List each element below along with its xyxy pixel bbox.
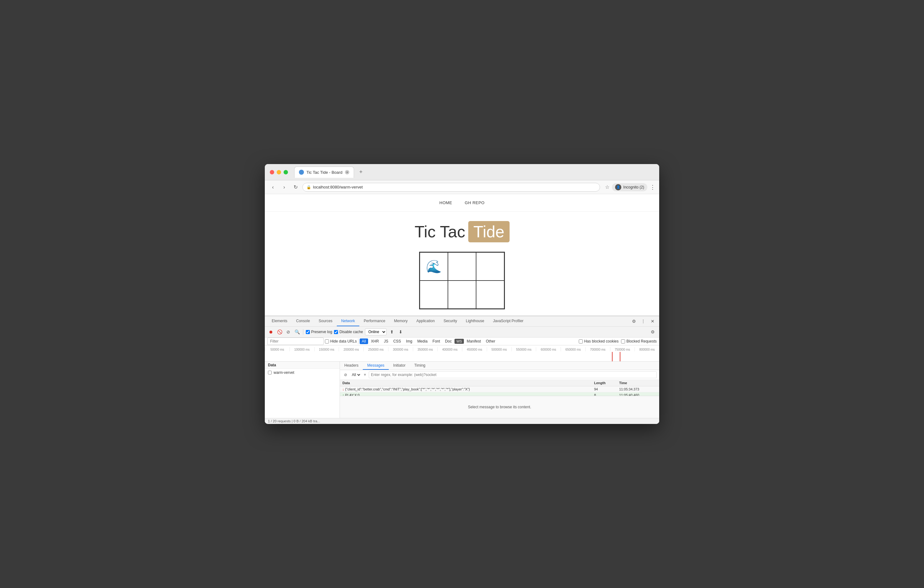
select-message-bar: Select message to browse its content. (340, 396, 659, 418)
devtools-close-button[interactable]: ✕ (648, 317, 657, 325)
message-row-0[interactable]: ↓ {"client_id":"better.crab","cmd":"INIT… (340, 386, 659, 392)
has-blocked-cookies-text: Has blocked cookies (584, 339, 619, 344)
hide-data-urls-label[interactable]: Hide data URLs (325, 339, 357, 344)
devtools-tab-security[interactable]: Security (439, 316, 461, 326)
devtools-tab-console[interactable]: Console (292, 316, 314, 326)
has-blocked-cookies-label[interactable]: Has blocked cookies (579, 339, 619, 344)
filter-type-xhr[interactable]: XHR (369, 339, 381, 344)
back-button[interactable]: ‹ (269, 183, 277, 192)
message-row-1[interactable]: ↑ PLAY:X:0 8 11:05:40.460 (340, 392, 659, 396)
disable-cache-text: Disable cache (339, 330, 363, 334)
browser-menu-button[interactable]: ⋮ (650, 184, 655, 191)
filter-type-media[interactable]: Media (415, 339, 430, 344)
close-window-button[interactable] (270, 170, 274, 174)
devtools-more-button[interactable]: ⋮ (639, 317, 647, 325)
devtools-settings-button[interactable]: ⚙ (630, 317, 638, 325)
blocked-requests-label[interactable]: Blocked Requests (621, 339, 657, 344)
gh-repo-nav-link[interactable]: GH REPO (465, 200, 485, 205)
cell-2[interactable] (476, 253, 504, 281)
timeline-ruler: 50000 ms 100000 ms 150000 ms 200000 ms 2… (265, 345, 659, 351)
throttle-select[interactable]: Online (365, 329, 386, 335)
timeline-mark-13: 700000 ms (585, 347, 610, 351)
maximize-window-button[interactable] (284, 170, 288, 174)
timeline[interactable]: 50000 ms 100000 ms 150000 ms 200000 ms 2… (265, 345, 659, 362)
filter-icon-button[interactable]: ⊘ (285, 329, 292, 335)
devtools-tab-js-profiler[interactable]: JavaScript Profiler (488, 316, 528, 326)
disable-cache-checkbox[interactable] (334, 330, 338, 334)
has-blocked-cookies-checkbox[interactable] (579, 339, 583, 344)
filter-type-manifest[interactable]: Manifest (465, 339, 483, 344)
search-button[interactable]: 🔍 (294, 329, 300, 335)
filter-type-other[interactable]: Other (483, 339, 497, 344)
filter-type-js[interactable]: JS (381, 339, 390, 344)
active-tab[interactable]: Tic Tac Tide - Board ✕ (294, 167, 354, 178)
filter-type-font[interactable]: Font (431, 339, 442, 344)
devtools-tab-network[interactable]: Network (337, 316, 359, 326)
record-button[interactable]: ⏺ (267, 329, 274, 335)
tab-close-button[interactable]: ✕ (345, 170, 349, 174)
devtools-tab-elements[interactable]: Elements (267, 316, 292, 326)
address-bar[interactable]: 🔒 localhost:8080/warm-vervet (302, 183, 600, 192)
minimize-window-button[interactable] (277, 170, 281, 174)
devtools-tab-application[interactable]: Application (412, 316, 439, 326)
filter-type-doc[interactable]: Doc (443, 339, 454, 344)
status-bar: 1 / 20 requests | 0 B / 204 kB tra... (265, 418, 659, 424)
msg-clear-button[interactable]: ⊘ (342, 372, 349, 378)
status-text: 1 / 20 requests | 0 B / 204 kB tra... (268, 419, 320, 423)
bookmark-button[interactable]: ☆ (605, 184, 609, 190)
clear-button[interactable]: 🚫 (276, 329, 283, 335)
filter-type-all[interactable]: All (360, 339, 368, 344)
timeline-bar-area (265, 352, 659, 361)
request-checkbox[interactable] (268, 371, 272, 375)
messages-table-header: Data Length Time (340, 380, 659, 386)
filter-type-css[interactable]: CSS (391, 339, 403, 344)
msg-tab-messages[interactable]: Messages (363, 362, 389, 370)
lock-icon: 🔒 (307, 185, 311, 190)
msg-tab-timing[interactable]: Timing (410, 362, 430, 370)
tab-title: Tic Tac Tide - Board (307, 170, 342, 175)
filter-input[interactable] (267, 337, 323, 345)
cell-1[interactable] (448, 253, 476, 281)
disable-cache-label[interactable]: Disable cache (334, 330, 363, 334)
devtools-tab-memory[interactable]: Memory (390, 316, 412, 326)
new-tab-button[interactable]: + (356, 168, 365, 177)
home-nav-link[interactable]: HOME (439, 200, 452, 205)
message-filter-bar: ⊘ All ▼ (340, 370, 659, 380)
timeline-mark-14: 750000 ms (610, 347, 635, 351)
select-message-hint: Select message to browse its content. (468, 405, 531, 409)
incognito-label: Incognito (2) (623, 185, 644, 190)
msg-filter-input[interactable] (369, 371, 657, 378)
cell-5[interactable] (476, 281, 504, 309)
game-title: Tic Tac Tide (414, 221, 509, 242)
reload-button[interactable]: ↻ (291, 183, 300, 192)
title-text-1: Tic Tac (414, 222, 465, 241)
preserve-log-text: Preserve log (311, 330, 332, 334)
devtools-tab-lighthouse[interactable]: Lighthouse (461, 316, 488, 326)
network-settings-button[interactable]: ⚙ (648, 328, 657, 336)
cell-4[interactable] (448, 281, 476, 309)
timeline-mark-11: 600000 ms (536, 347, 561, 351)
incognito-badge[interactable]: 👤 Incognito (2) (612, 183, 647, 191)
request-list: Data warm-vervet (265, 362, 340, 418)
request-item-warm-vervet[interactable]: warm-vervet (265, 369, 340, 377)
preserve-log-label[interactable]: Preserve log (306, 330, 332, 334)
import-button[interactable]: ⬆ (388, 329, 395, 335)
devtools-tab-performance[interactable]: Performance (359, 316, 390, 326)
msg-tab-initiator[interactable]: Initiator (389, 362, 410, 370)
filter-type-ws[interactable]: WS (454, 339, 464, 344)
devtools-tab-sources[interactable]: Sources (314, 316, 337, 326)
cell-0[interactable]: 🌊 (420, 253, 448, 281)
export-button[interactable]: ⬇ (397, 329, 404, 335)
forward-button[interactable]: › (280, 183, 289, 192)
blocked-requests-checkbox[interactable] (621, 339, 625, 344)
filter-type-img[interactable]: Img (404, 339, 414, 344)
preserve-log-checkbox[interactable] (306, 330, 310, 334)
cell-3[interactable] (420, 281, 448, 309)
msg-tab-headers[interactable]: Headers (340, 362, 363, 370)
data-column-header: Data (342, 381, 594, 385)
length-column-header: Length (594, 381, 619, 385)
tab-favicon (299, 170, 304, 175)
hide-data-urls-checkbox[interactable] (325, 339, 329, 344)
msg-type-select[interactable]: All (351, 372, 361, 377)
timeline-red-line-1 (612, 352, 612, 361)
